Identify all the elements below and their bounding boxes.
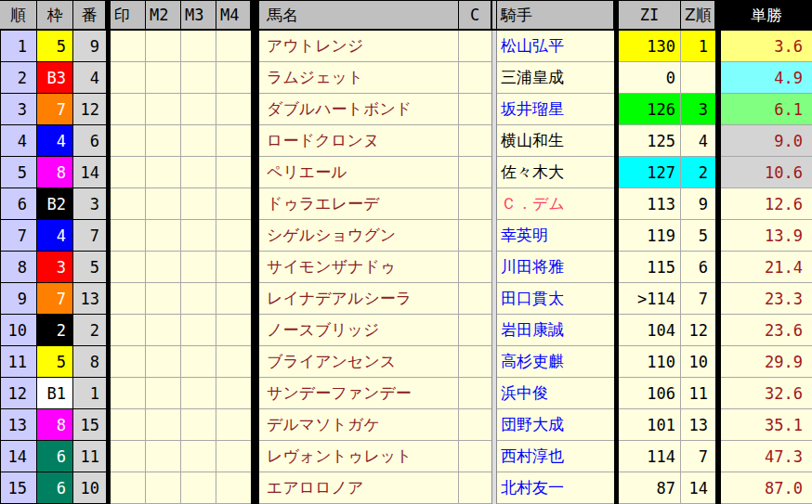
horse-name-cell[interactable]: サンデーファンデー (259, 378, 459, 409)
jockey-cell[interactable]: 高杉吏麒 (497, 346, 614, 378)
table-row[interactable]: 12 B1 1 サンデーファンデー 浜中俊 106 11 32.6 (0, 378, 812, 409)
m3-cell[interactable] (181, 94, 216, 125)
header-m3[interactable]: M3 (181, 0, 216, 31)
frame-cell[interactable]: B3 (37, 62, 73, 94)
c-cell[interactable] (459, 472, 491, 504)
rank-cell[interactable]: 4 (0, 125, 37, 157)
jockey-cell[interactable]: 田口貫太 (497, 283, 614, 315)
c-cell[interactable] (459, 315, 491, 346)
win-odds-cell[interactable]: 87.0 (721, 472, 812, 504)
z-rank-cell[interactable]: 10 (681, 346, 715, 378)
table-row[interactable]: 2 B3 4 ラムジェット 三浦皇成 0 4.9 (0, 62, 812, 94)
rank-cell[interactable]: 13 (0, 409, 37, 441)
c-cell[interactable] (459, 94, 491, 125)
m3-cell[interactable] (181, 31, 216, 62)
jockey-cell[interactable]: 横山和生 (497, 125, 614, 157)
m2-cell[interactable] (146, 125, 181, 157)
table-row[interactable]: 6 B2 3 ドゥラエレーデ Ｃ．デム 113 9 12.6 (0, 188, 812, 220)
m4-cell[interactable] (216, 378, 251, 409)
frame-cell[interactable]: 7 (37, 283, 73, 315)
rank-cell[interactable]: 15 (0, 472, 37, 504)
jockey-cell[interactable]: 三浦皇成 (497, 62, 614, 94)
z-rank-cell[interactable] (681, 62, 715, 94)
horse-number-cell[interactable]: 3 (73, 188, 106, 220)
m3-cell[interactable] (181, 315, 216, 346)
rank-cell[interactable]: 7 (0, 220, 37, 252)
m3-cell[interactable] (181, 125, 216, 157)
zi-cell[interactable]: 126 (619, 94, 681, 125)
frame-cell[interactable]: B2 (37, 188, 73, 220)
m4-cell[interactable] (216, 441, 251, 472)
m4-cell[interactable] (216, 220, 251, 252)
rank-cell[interactable]: 5 (0, 157, 37, 188)
m2-cell[interactable] (146, 409, 181, 441)
m3-cell[interactable] (181, 441, 216, 472)
table-row[interactable]: 8 3 5 サイモンザナドゥ 川田将雅 115 6 21.4 (0, 252, 812, 283)
z-rank-cell[interactable]: 2 (681, 157, 715, 188)
jockey-cell[interactable]: Ｃ．デム (497, 188, 614, 220)
horse-name-cell[interactable]: ペリエール (259, 157, 459, 188)
win-odds-cell[interactable]: 35.1 (721, 409, 812, 441)
m2-cell[interactable] (146, 220, 181, 252)
horse-number-cell[interactable]: 9 (73, 31, 106, 62)
header-horse-name[interactable]: 馬名 (259, 0, 459, 31)
mark-cell[interactable] (111, 315, 146, 346)
win-odds-cell[interactable]: 23.6 (721, 315, 812, 346)
horse-number-cell[interactable]: 4 (73, 62, 106, 94)
horse-name-cell[interactable]: ブライアンセンス (259, 346, 459, 378)
m2-cell[interactable] (146, 62, 181, 94)
horse-name-cell[interactable]: レイナデアルシーラ (259, 283, 459, 315)
m2-cell[interactable] (146, 378, 181, 409)
c-cell[interactable] (459, 157, 491, 188)
horse-number-cell[interactable]: 12 (73, 94, 106, 125)
win-odds-cell[interactable]: 21.4 (721, 252, 812, 283)
horse-number-cell[interactable]: 11 (73, 441, 106, 472)
zi-cell[interactable]: 114 (619, 441, 681, 472)
jockey-cell[interactable]: 浜中俊 (497, 378, 614, 409)
horse-name-cell[interactable]: デルマソトガケ (259, 409, 459, 441)
mark-cell[interactable] (111, 31, 146, 62)
header-c[interactable]: C (459, 0, 491, 31)
mark-cell[interactable] (111, 157, 146, 188)
zi-cell[interactable]: 110 (619, 346, 681, 378)
table-row[interactable]: 1 5 9 アウトレンジ 松山弘平 130 1 3.6 (0, 31, 812, 62)
frame-cell[interactable]: 5 (37, 31, 73, 62)
header-rank[interactable]: 順 (0, 0, 37, 31)
win-odds-cell[interactable]: 47.3 (721, 441, 812, 472)
horse-number-cell[interactable]: 14 (73, 157, 106, 188)
frame-cell[interactable]: 5 (37, 346, 73, 378)
horse-number-cell[interactable]: 5 (73, 252, 106, 283)
zi-cell[interactable]: >114 (619, 283, 681, 315)
z-rank-cell[interactable]: 12 (681, 315, 715, 346)
win-odds-cell[interactable]: 3.6 (721, 31, 812, 62)
rank-cell[interactable]: 12 (0, 378, 37, 409)
win-odds-cell[interactable]: 23.3 (721, 283, 812, 315)
m4-cell[interactable] (216, 472, 251, 504)
z-rank-cell[interactable]: 14 (681, 472, 715, 504)
frame-cell[interactable]: 7 (37, 94, 73, 125)
zi-cell[interactable]: 127 (619, 157, 681, 188)
horse-name-cell[interactable]: ドゥラエレーデ (259, 188, 459, 220)
rank-cell[interactable]: 10 (0, 315, 37, 346)
m3-cell[interactable] (181, 220, 216, 252)
horse-number-cell[interactable]: 7 (73, 220, 106, 252)
jockey-cell[interactable]: 西村淳也 (497, 441, 614, 472)
m2-cell[interactable] (146, 472, 181, 504)
jockey-cell[interactable]: 佐々木大 (497, 157, 614, 188)
m4-cell[interactable] (216, 157, 251, 188)
mark-cell[interactable] (111, 441, 146, 472)
header-number[interactable]: 番 (73, 0, 106, 31)
m3-cell[interactable] (181, 378, 216, 409)
c-cell[interactable] (459, 409, 491, 441)
m4-cell[interactable] (216, 125, 251, 157)
frame-cell[interactable]: 3 (37, 252, 73, 283)
win-odds-cell[interactable]: 29.9 (721, 346, 812, 378)
c-cell[interactable] (459, 62, 491, 94)
m3-cell[interactable] (181, 472, 216, 504)
horse-number-cell[interactable]: 1 (73, 378, 106, 409)
win-odds-cell[interactable]: 6.1 (721, 94, 812, 125)
horse-number-cell[interactable]: 8 (73, 346, 106, 378)
m4-cell[interactable] (216, 188, 251, 220)
z-rank-cell[interactable]: 6 (681, 252, 715, 283)
zi-cell[interactable]: 106 (619, 378, 681, 409)
